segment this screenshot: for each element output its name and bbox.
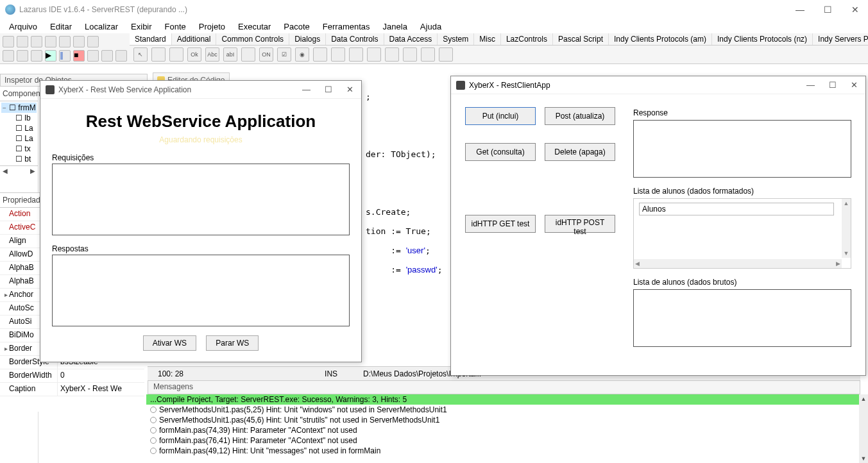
toolbar-button[interactable] xyxy=(31,50,42,62)
palette-tab[interactable]: Misc xyxy=(474,33,501,45)
stop-icon[interactable]: ■ xyxy=(73,50,85,62)
palette-tab[interactable]: System xyxy=(438,33,474,45)
response-box[interactable] xyxy=(633,120,851,178)
menu-ferramentas[interactable]: Ferramentas xyxy=(316,21,377,33)
tree-node[interactable]: ☐ La xyxy=(1,133,37,144)
formatted-list-box[interactable]: Alunos ▲▼ ◀▶ xyxy=(633,198,851,269)
close-button[interactable]: ✕ xyxy=(848,80,860,90)
menu-executar[interactable]: Executar xyxy=(232,21,277,33)
menu-localizar[interactable]: Localizar xyxy=(78,21,124,33)
component-icon[interactable] xyxy=(241,47,255,62)
component-icon[interactable]: Abc xyxy=(205,47,219,62)
toolbar-button[interactable] xyxy=(17,50,28,62)
toolbar-button[interactable] xyxy=(3,36,14,47)
component-icon[interactable] xyxy=(313,47,327,62)
get-test-button[interactable]: idHTTP GET test xyxy=(465,215,536,233)
tree-node[interactable]: ☐ lb xyxy=(1,113,37,123)
toolbar-button[interactable] xyxy=(31,36,42,47)
component-icon[interactable] xyxy=(403,47,417,62)
component-icon[interactable]: Ok xyxy=(187,47,201,62)
component-icon[interactable] xyxy=(439,47,453,62)
horizontal-scrollbar[interactable]: ◀▶ xyxy=(634,259,842,268)
menu-editar[interactable]: Editar xyxy=(44,21,78,33)
minimize-button[interactable]: — xyxy=(792,3,808,16)
tree-root-node[interactable]: Alunos xyxy=(639,203,834,215)
toolbar-button[interactable] xyxy=(17,36,28,47)
messages-scrollbar[interactable]: ▲▼ xyxy=(859,394,868,463)
vertical-scrollbar[interactable]: ▲▼ xyxy=(842,199,851,258)
component-icon[interactable] xyxy=(385,47,399,62)
raw-list-box[interactable] xyxy=(633,289,851,347)
maximize-button[interactable]: ☐ xyxy=(820,3,836,16)
palette-tab[interactable]: Common Controls xyxy=(216,33,289,45)
toolbar-button[interactable] xyxy=(59,36,71,47)
step-icon[interactable] xyxy=(101,50,113,62)
palette-tab[interactable]: Data Access xyxy=(384,33,438,45)
component-icon[interactable] xyxy=(169,47,183,62)
tree-node[interactable]: ☐ tx xyxy=(1,144,37,154)
component-icon[interactable]: abI xyxy=(223,47,237,62)
delete-button[interactable]: Delete (apaga) xyxy=(545,143,615,161)
tree-node[interactable]: −☐ frmM xyxy=(1,103,37,113)
component-tree[interactable]: −☐ frmM☐ lb☐ La☐ La☐ tx☐ bt xyxy=(0,101,38,165)
tree-node[interactable]: ☐ bt xyxy=(1,154,37,164)
menu-exibir[interactable]: Exibir xyxy=(124,21,158,33)
requests-box[interactable] xyxy=(52,164,350,235)
component-icon[interactable] xyxy=(349,47,363,62)
message-line[interactable]: formMain.pas(74,39) Hint: Parameter "ACo… xyxy=(146,425,860,435)
component-icon[interactable]: ◉ xyxy=(295,47,309,62)
close-button[interactable]: ✕ xyxy=(847,3,863,16)
component-icon[interactable]: ☑ xyxy=(277,47,291,62)
palette-tab[interactable]: Data Controls xyxy=(326,33,384,45)
maximize-button[interactable]: ☐ xyxy=(826,80,839,90)
toolbar-button[interactable] xyxy=(45,36,56,47)
menu-fonte[interactable]: Fonte xyxy=(158,21,192,33)
toolbar-button[interactable] xyxy=(3,50,14,62)
palette-tab[interactable]: LazControls xyxy=(501,33,553,45)
pointer-icon[interactable]: ↖ xyxy=(133,47,148,62)
component-icon[interactable]: ON xyxy=(259,47,273,62)
message-line[interactable]: ServerMethodsUnit1.pas(5,25) Hint: Unit … xyxy=(146,405,860,415)
minimize-button[interactable]: — xyxy=(300,84,313,95)
component-icon[interactable] xyxy=(367,47,381,62)
tree-node[interactable]: ☐ La xyxy=(1,123,37,133)
put-button[interactable]: Put (inclui) xyxy=(465,107,536,125)
pause-icon[interactable]: ‖ xyxy=(59,50,71,62)
palette-tab[interactable]: Additional xyxy=(172,33,217,45)
toolbar-button[interactable] xyxy=(73,36,85,47)
component-icon[interactable] xyxy=(151,47,166,62)
palette-tab[interactable]: Indy Clients Protocols (nz) xyxy=(712,33,813,45)
responses-box[interactable] xyxy=(52,255,350,326)
post-button[interactable]: Post (atualiza) xyxy=(545,107,615,125)
start-ws-button[interactable]: Ativar WS xyxy=(143,335,196,351)
message-line[interactable]: ServerMethodsUnit1.pas(45,6) Hint: Unit … xyxy=(146,415,860,425)
component-icon[interactable] xyxy=(421,47,435,62)
menu-pacote[interactable]: Pacote xyxy=(277,21,316,33)
message-line[interactable]: ...Compile Project, Target: ServerREST.e… xyxy=(146,394,860,405)
palette-tab[interactable]: Dialogs xyxy=(289,33,326,45)
palette-tab[interactable]: Indy Servers Pr xyxy=(813,33,868,45)
close-button[interactable]: ✕ xyxy=(344,84,356,95)
messages-panel[interactable]: ...Compile Project, Target: ServerREST.e… xyxy=(146,394,860,463)
menu-projeto[interactable]: Projeto xyxy=(192,21,232,33)
palette-tab[interactable]: Pascal Script xyxy=(553,33,609,45)
step-icon[interactable] xyxy=(115,50,127,62)
menu-arquivo[interactable]: Arquivo xyxy=(3,21,44,33)
stop-ws-button[interactable]: Parar WS xyxy=(206,335,259,351)
palette-tab[interactable]: Indy Clients Protocols (am) xyxy=(609,33,712,45)
tree-nav[interactable]: ◀▶ xyxy=(0,165,38,176)
menu-janela[interactable]: Janela xyxy=(377,21,414,33)
run-icon[interactable]: ▶ xyxy=(45,50,56,62)
property-row[interactable]: BorderWidth0 xyxy=(0,369,144,383)
step-icon[interactable] xyxy=(87,50,99,62)
message-line[interactable]: formMain.pas(49,12) Hint: Unit "messages… xyxy=(146,446,860,456)
maximize-button[interactable]: ☐ xyxy=(322,84,335,95)
component-icon[interactable] xyxy=(331,47,345,62)
minimize-button[interactable]: — xyxy=(804,80,817,90)
toolbar-button[interactable] xyxy=(87,36,99,47)
get-button[interactable]: Get (consulta) xyxy=(465,143,536,161)
palette-tab[interactable]: Standard xyxy=(130,33,172,45)
menu-ajuda[interactable]: Ajuda xyxy=(414,21,448,33)
message-line[interactable]: formMain.pas(76,41) Hint: Parameter "ACo… xyxy=(146,435,860,446)
property-row[interactable]: CaptionXyberX - Rest We xyxy=(0,383,144,396)
